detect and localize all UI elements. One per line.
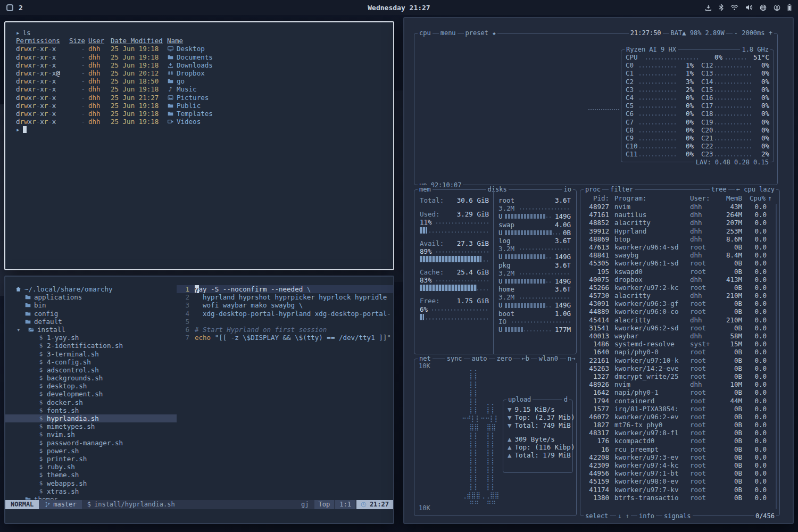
io-toggle[interactable]: io: [562, 185, 573, 194]
process-row[interactable]: 48841swaybgdhh8.4M0.0: [580, 251, 779, 259]
process-row[interactable]: 45305kworker/u96:1-sdroot0B0.0: [580, 259, 779, 267]
process-row[interactable]: 47161nautilusdhh264M0.0: [580, 211, 779, 219]
tray-arrow-icon[interactable]: [705, 4, 712, 11]
tree-item-3-terminal.sh[interactable]: $3-terminal.sh: [5, 350, 177, 358]
process-row[interactable]: 42309kworker/u97:4-kcroot0B0.0: [580, 461, 779, 469]
tree-item-desktop.sh[interactable]: $desktop.sh: [5, 382, 177, 390]
globe-icon[interactable]: [760, 4, 767, 11]
app-icon[interactable]: [6, 4, 13, 11]
proc-tree-toggle[interactable]: tree: [710, 185, 728, 194]
process-row[interactable]: 39912Hyprlanddhh253M0.0: [580, 227, 779, 235]
tree-item-docker.sh[interactable]: $docker.sh: [5, 398, 177, 406]
tree-item-ruby.sh[interactable]: $ruby.sh: [5, 463, 177, 471]
net-key-d[interactable]: d: [562, 395, 569, 404]
col-program[interactable]: Program:: [614, 194, 690, 202]
process-row[interactable]: 1577irq/81-PIXA3854:root0B0.0: [580, 405, 779, 413]
process-row[interactable]: 45266kworker/u97:2-kcroot0B0.0: [580, 284, 779, 292]
terminal-window[interactable]: ▸ls Permissions Size User Date Modified …: [4, 21, 394, 270]
process-row[interactable]: 31541kworker/u96:2-sdroot0B0.0: [580, 324, 779, 332]
net-toggle-sync[interactable]: sync: [445, 354, 464, 363]
process-row[interactable]: 22161kworker/u97:10-kroot0B0.0: [580, 356, 779, 364]
process-row[interactable]: 1380btrfs-transactioroot0B0.0: [580, 494, 779, 502]
tree-item-hyprlandia.sh[interactable]: $hyprlandia.sh: [5, 414, 177, 422]
btop-window[interactable]: cpu menu preset ★ 21:27:50 BAT▲ 98% 2.89…: [403, 17, 794, 524]
clock[interactable]: Wednesday 21:27: [368, 4, 430, 12]
workspace-indicator[interactable]: 2: [19, 4, 23, 12]
tree-item-theme.sh[interactable]: $theme.sh: [5, 471, 177, 479]
process-row[interactable]: 42208kworker/u97:3-evroot0B0.0: [580, 453, 779, 461]
tree-item-backgrounds.sh[interactable]: $backgrounds.sh: [5, 374, 177, 382]
tree-item-themes[interactable]: themes: [5, 495, 177, 500]
tree-item-mimetypes.sh[interactable]: $mimetypes.sh: [5, 422, 177, 430]
sort-arrow-icon[interactable]: ↑: [766, 194, 772, 202]
net-title[interactable]: net: [418, 354, 433, 363]
mem-title[interactable]: mem: [418, 185, 433, 194]
tree-item-config[interactable]: config: [5, 310, 177, 318]
net-toggle-zero[interactable]: zero: [495, 354, 514, 363]
process-row[interactable]: 40075dropboxdhh413M0.0: [580, 276, 779, 284]
tree-item-2-identification.sh[interactable]: $2-identification.sh: [5, 342, 177, 350]
wifi-icon[interactable]: [730, 4, 738, 11]
process-row[interactable]: 44956kworker/u97:1-btroot0B0.0: [580, 469, 779, 477]
editor[interactable]: 1yay -S --noconfirm --needed \2 hyprland…: [177, 277, 393, 500]
tree-item-fonts.sh[interactable]: $fonts.sh: [5, 406, 177, 414]
footer-signals[interactable]: signals: [662, 512, 693, 520]
process-row[interactable]: 45730alacrittydhh210M0.0: [580, 292, 779, 300]
process-row[interactable]: 40013waybardhh58M0.0: [580, 332, 779, 340]
process-row[interactable]: 1794containerdroot44M0.0: [580, 397, 779, 405]
process-row[interactable]: 45159kworker/u98:0-evroot0B0.0: [580, 477, 779, 485]
tree-item-printer.sh[interactable]: $printer.sh: [5, 455, 177, 463]
tree-item-applications[interactable]: applications: [5, 293, 177, 301]
process-row[interactable]: 48869btopdhh8.6M0.0: [580, 235, 779, 243]
tree-item-default[interactable]: default: [5, 318, 177, 326]
process-row[interactable]: 1327dmcrypt_write/25root0B0.0: [580, 372, 779, 380]
tree-item-adscontrol.sh[interactable]: $adscontrol.sh: [5, 366, 177, 374]
tree-root[interactable]: ~/.local/share/omarchy: [5, 285, 177, 293]
process-row[interactable]: 43091kworker/u96:3-gfroot0B0.0: [580, 300, 779, 307]
update-interval[interactable]: - 2000ms +: [733, 29, 774, 37]
process-row[interactable]: 1640napi/phy0-0root0B0.0: [580, 348, 779, 356]
process-row[interactable]: 176kcompactd0root0B0.0: [580, 437, 779, 445]
tree-item-bin[interactable]: bin: [5, 301, 177, 309]
process-row[interactable]: 1827mt76-tx phy0root0B0.0: [580, 421, 779, 429]
col-cpu[interactable]: Cpu%: [747, 194, 766, 202]
footer-arrows[interactable]: ↓ ↑: [616, 512, 631, 520]
process-row[interactable]: 16rcu_preemptroot0B0.0: [580, 445, 779, 453]
prompt-line-empty[interactable]: ▸: [16, 126, 386, 134]
tree-item-xtras.sh[interactable]: $xtras.sh: [5, 487, 177, 495]
tree-item-1-yay.sh[interactable]: $1-yay.sh: [5, 334, 177, 342]
tree-item-4-config.sh[interactable]: $4-config.sh: [5, 358, 177, 366]
tree-item-password-manager.sh[interactable]: $password-manager.sh: [5, 439, 177, 447]
process-row[interactable]: 48926nvimdhh10M0.0: [580, 380, 779, 388]
process-row[interactable]: 47613kworker/u96:4-sdroot0B0.0: [580, 243, 779, 251]
process-row[interactable]: 1486systemd-resolvesyst+15M0.0: [580, 340, 779, 348]
iface-prev-button[interactable]: ←b: [520, 354, 530, 363]
net-toggle-auto[interactable]: auto: [470, 354, 489, 363]
neovim-window[interactable]: ~/.local/share/omarchy applicationsbinco…: [4, 276, 394, 524]
process-row[interactable]: 48317kworker/u97:8-flroot0B0.0: [580, 429, 779, 437]
process-row[interactable]: 48852alacrittydhh207M0.0: [580, 219, 779, 227]
process-row[interactable]: 41174kworker/u97:7-kvroot0B0.0: [580, 486, 779, 494]
bluetooth-icon[interactable]: [719, 4, 724, 11]
col-memory[interactable]: MemB: [718, 194, 742, 202]
process-row[interactable]: 44889kworker/u96:0-coroot0B0.0: [580, 307, 779, 315]
user-icon[interactable]: [774, 4, 780, 11]
tree-item-install[interactable]: ▾install: [5, 326, 177, 334]
process-row[interactable]: 45263kworker/14:2-everoot0B0.0: [580, 364, 779, 372]
tree-item-development.sh[interactable]: $development.sh: [5, 390, 177, 398]
tree-item-power.sh[interactable]: $power.sh: [5, 447, 177, 455]
tab-preset[interactable]: preset ★: [464, 29, 498, 37]
footer-info[interactable]: info: [637, 512, 656, 520]
tab-menu[interactable]: menu: [439, 29, 458, 37]
process-row[interactable]: 1642napi/phy0-1root0B0.0: [580, 388, 779, 396]
proc-sort-mode[interactable]: ← cpu lazy: [735, 185, 776, 194]
proc-title[interactable]: proc: [584, 185, 602, 194]
col-user[interactable]: User:: [690, 194, 718, 202]
disks-title[interactable]: disks: [486, 185, 509, 194]
battery-icon[interactable]: [787, 4, 792, 11]
process-scrollbar[interactable]: [776, 204, 777, 509]
iface-next-button[interactable]: n→: [566, 354, 577, 363]
git-branch[interactable]: master: [39, 500, 81, 509]
footer-select[interactable]: select: [584, 512, 610, 520]
process-row[interactable]: 45414alacrittydhh210M0.0: [580, 316, 779, 324]
